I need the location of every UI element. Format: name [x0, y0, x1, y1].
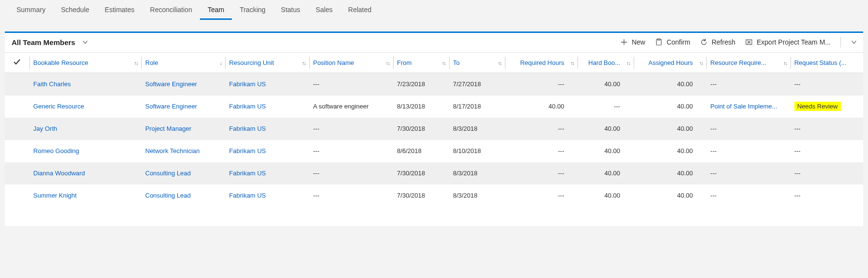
more-commands-chevron-icon[interactable] — [851, 39, 857, 46]
tab-sales[interactable]: Sales — [308, 0, 340, 20]
confirm-button[interactable]: Confirm — [655, 38, 690, 46]
col-required-hours[interactable]: Required Hours↑↓ — [505, 53, 578, 73]
tab-related[interactable]: Related — [340, 0, 379, 20]
cell-hard-booked: 40.00 — [578, 140, 634, 162]
chevron-down-icon — [82, 39, 89, 46]
row-selector[interactable] — [5, 73, 30, 95]
cell-request-status: Needs Review — [791, 95, 863, 118]
row-selector[interactable] — [5, 118, 30, 140]
cell-hard-booked: 40.00 — [578, 185, 634, 207]
col-bookable-resource[interactable]: Bookable Resource↑↓ — [30, 53, 141, 73]
cell-assigned-hours: 40.00 — [634, 73, 706, 95]
cell-to: 8/3/2018 — [449, 185, 505, 207]
cell-from: 7/30/2018 — [393, 118, 449, 140]
cell-resource-requirement[interactable]: Point of Sale Impleme... — [706, 95, 790, 118]
sort-icon: ↑↓ — [386, 60, 389, 66]
cell-role[interactable]: Project Manager — [141, 118, 225, 140]
cell-from: 8/6/2018 — [393, 140, 449, 162]
export-button[interactable]: Export Project Team M... — [745, 38, 831, 46]
cell-assigned-hours: 40.00 — [634, 140, 706, 162]
table-row[interactable]: Jay OrthProject ManagerFabrikam US---7/3… — [5, 118, 863, 140]
col-role[interactable]: Role↓ — [141, 53, 225, 73]
cell-bookable-resource[interactable]: Faith Charles — [30, 73, 141, 95]
col-from[interactable]: From↑↓ — [393, 53, 449, 73]
cell-resource-requirement: --- — [706, 185, 790, 207]
tab-reconciliation[interactable]: Reconciliation — [142, 0, 200, 20]
col-resource-requirement[interactable]: Resource Require...↑↓ — [706, 53, 790, 73]
col-resourcing-unit[interactable]: Resourcing Unit↑↓ — [225, 53, 309, 73]
table-row[interactable]: Romeo GoodingNetwork TechnicianFabrikam … — [5, 140, 863, 162]
col-position-name[interactable]: Position Name↑↓ — [309, 53, 393, 73]
cell-resource-requirement: --- — [706, 73, 790, 95]
cell-resourcing-unit[interactable]: Fabrikam US — [225, 140, 309, 162]
view-title-label: All Team Members — [12, 38, 75, 46]
cell-bookable-resource[interactable]: Jay Orth — [30, 118, 141, 140]
export-label: Export Project Team M... — [757, 38, 831, 46]
new-button[interactable]: New — [620, 38, 645, 46]
cell-resourcing-unit[interactable]: Fabrikam US — [225, 73, 309, 95]
cell-hard-booked: 40.00 — [578, 73, 634, 95]
cell-position-name: --- — [309, 140, 393, 162]
grid-header-row: Bookable Resource↑↓ Role↓ Resourcing Uni… — [5, 53, 863, 73]
cell-request-status: --- — [791, 73, 863, 95]
cell-role[interactable]: Network Technician — [141, 140, 225, 162]
table-row[interactable]: Dianna WoodwardConsulting LeadFabrikam U… — [5, 162, 863, 185]
refresh-button[interactable]: Refresh — [700, 38, 735, 46]
col-assigned-hours[interactable]: Assigned Hours↑↓ — [634, 53, 706, 73]
cell-hard-booked: 40.00 — [578, 118, 634, 140]
view-selector[interactable]: All Team Members — [12, 38, 89, 46]
select-all-header[interactable] — [5, 53, 30, 73]
entity-tabs: SummaryScheduleEstimatesReconciliationTe… — [0, 0, 868, 20]
excel-icon — [745, 38, 753, 46]
tab-team[interactable]: Team — [200, 0, 232, 20]
cell-bookable-resource[interactable]: Generic Resource — [30, 95, 141, 118]
tab-summary[interactable]: Summary — [9, 0, 53, 20]
row-selector[interactable] — [5, 95, 30, 118]
cell-bookable-resource[interactable]: Summer Knight — [30, 185, 141, 207]
confirm-label: Confirm — [667, 38, 690, 46]
cell-role[interactable]: Software Engineer — [141, 73, 225, 95]
cell-role[interactable]: Software Engineer — [141, 95, 225, 118]
tab-schedule[interactable]: Schedule — [53, 0, 97, 20]
cell-resourcing-unit[interactable]: Fabrikam US — [225, 95, 309, 118]
row-selector[interactable] — [5, 162, 30, 185]
cell-request-status: --- — [791, 118, 863, 140]
cell-assigned-hours: 40.00 — [634, 118, 706, 140]
tab-status[interactable]: Status — [273, 0, 308, 20]
cell-from: 8/13/2018 — [393, 95, 449, 118]
refresh-label: Refresh — [712, 38, 735, 46]
table-row[interactable]: Faith CharlesSoftware EngineerFabrikam U… — [5, 73, 863, 95]
cell-resourcing-unit[interactable]: Fabrikam US — [225, 118, 309, 140]
table-row[interactable]: Generic ResourceSoftware EngineerFabrika… — [5, 95, 863, 118]
col-to[interactable]: To↑↓ — [449, 53, 505, 73]
row-selector[interactable] — [5, 185, 30, 207]
cell-bookable-resource[interactable]: Romeo Gooding — [30, 140, 141, 162]
refresh-icon — [700, 38, 708, 46]
tab-tracking[interactable]: Tracking — [232, 0, 273, 20]
col-hard-booked[interactable]: Hard Boo...↑↓ — [578, 53, 634, 73]
cell-bookable-resource[interactable]: Dianna Woodward — [30, 162, 141, 185]
row-selector[interactable] — [5, 140, 30, 162]
tab-estimates[interactable]: Estimates — [97, 0, 142, 20]
cell-position-name: A software engineer — [309, 95, 393, 118]
cell-from: 7/30/2018 — [393, 185, 449, 207]
sort-icon: ↑↓ — [699, 60, 702, 66]
cell-resource-requirement: --- — [706, 162, 790, 185]
cell-request-status: --- — [791, 162, 863, 185]
cell-role[interactable]: Consulting Lead — [141, 162, 225, 185]
cell-to: 8/17/2018 — [449, 95, 505, 118]
col-request-status[interactable]: Request Status (... — [791, 53, 863, 73]
sort-icon: ↑↓ — [134, 60, 137, 66]
table-row[interactable]: Summer KnightConsulting LeadFabrikam US-… — [5, 185, 863, 207]
cell-position-name: --- — [309, 73, 393, 95]
sort-icon: ↑↓ — [783, 60, 787, 66]
cell-role[interactable]: Consulting Lead — [141, 185, 225, 207]
cell-resourcing-unit[interactable]: Fabrikam US — [225, 185, 309, 207]
sort-icon: ↑↓ — [442, 60, 445, 66]
cell-to: 8/3/2018 — [449, 118, 505, 140]
plus-icon — [620, 38, 628, 46]
sort-icon: ↑↓ — [302, 60, 305, 66]
team-panel: All Team Members New Confirm Refresh Exp… — [5, 31, 863, 226]
cell-resourcing-unit[interactable]: Fabrikam US — [225, 162, 309, 185]
command-divider — [840, 37, 841, 47]
